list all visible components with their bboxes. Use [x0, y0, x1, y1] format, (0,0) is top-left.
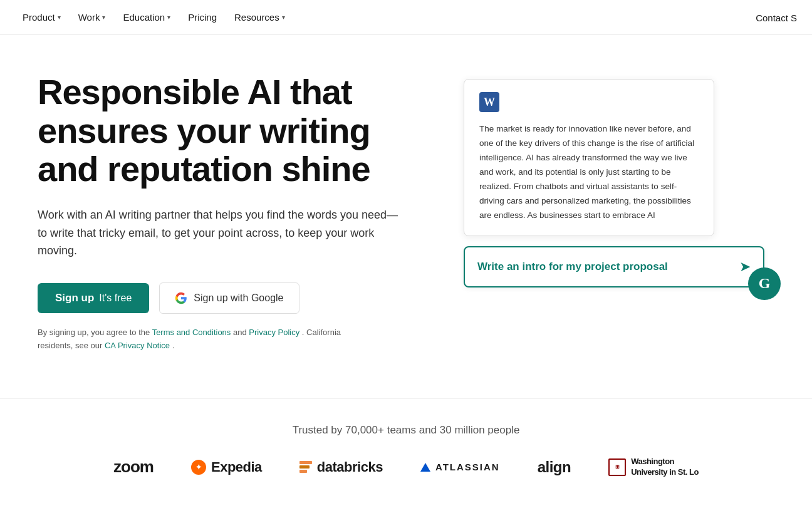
expedia-icon: ✦: [191, 460, 206, 475]
navigation: Product ▾ Work ▾ Education ▾ Pricing Res…: [0, 0, 812, 35]
trusted-text: Trusted by 70,000+ teams and 30 million …: [38, 424, 774, 437]
word-icon: W: [479, 92, 499, 112]
nav-left: Product ▾ Work ▾ Education ▾ Pricing Res…: [15, 7, 293, 28]
logo-align: align: [538, 458, 571, 476]
nav-label-resources: Resources: [234, 12, 279, 23]
grammarly-badge: G: [748, 267, 781, 300]
legal-text: By signing up, you agree to the Terms an…: [38, 326, 376, 353]
washington-seal-icon: ⊞: [608, 458, 626, 476]
nav-label-education: Education: [123, 12, 165, 23]
prompt-box[interactable]: Write an intro for my project proposal ➤: [464, 246, 764, 287]
nav-item-education[interactable]: Education ▾: [115, 7, 178, 28]
logo-databricks: databricks: [299, 459, 383, 475]
terms-link[interactable]: Terms and Conditions: [152, 328, 231, 337]
nav-item-pricing[interactable]: Pricing: [180, 7, 224, 28]
document-card: W The market is ready for innovation lik…: [464, 79, 714, 236]
logo-washington: ⊞ WashingtonUniversity in St. Lo: [608, 457, 699, 478]
signup-free-label: It's free: [99, 293, 132, 304]
logos-row: zoom ✦ Expedia databricks ATLASSIAN alig…: [38, 457, 774, 478]
google-signup-button[interactable]: Sign up with Google: [159, 282, 299, 314]
nav-contact[interactable]: Contact S: [756, 12, 797, 23]
nav-label-product: Product: [23, 12, 55, 23]
nav-item-product[interactable]: Product ▾: [15, 7, 68, 28]
nav-label-work: Work: [78, 12, 100, 23]
hero-title: Responsible AI that ensures your writing…: [38, 73, 426, 189]
hero-right: W The market is ready for innovation lik…: [464, 73, 774, 287]
hero-left: Responsible AI that ensures your writing…: [38, 73, 426, 353]
chevron-down-icon: ▾: [167, 14, 170, 21]
databricks-icon: [299, 461, 312, 473]
nav-item-resources[interactable]: Resources ▾: [227, 7, 293, 28]
cta-row: Sign up It's free Sign up with Google: [38, 282, 426, 314]
chevron-down-icon: ▾: [58, 14, 61, 21]
prompt-text: Write an intro for my project proposal: [477, 261, 668, 273]
google-label: Sign up with Google: [194, 293, 283, 304]
doc-header: W: [479, 92, 699, 112]
send-icon[interactable]: ➤: [739, 259, 751, 275]
doc-body-text: The market is ready for innovation like …: [479, 122, 699, 223]
privacy-link[interactable]: Privacy Policy: [249, 328, 299, 337]
logo-expedia: ✦ Expedia: [191, 459, 262, 475]
nav-label-pricing: Pricing: [188, 12, 217, 23]
signup-button[interactable]: Sign up It's free: [38, 283, 149, 313]
chevron-down-icon: ▾: [282, 14, 285, 21]
ca-privacy-link[interactable]: CA Privacy Notice: [105, 341, 170, 350]
signup-label: Sign up: [55, 292, 94, 304]
trusted-section: Trusted by 70,000+ teams and 30 million …: [0, 398, 812, 503]
atlassian-icon: [420, 463, 430, 472]
google-icon: [175, 292, 187, 304]
logo-atlassian: ATLASSIAN: [420, 462, 500, 472]
hero-subtitle: Work with an AI writing partner that hel…: [38, 206, 401, 260]
hero-section: Responsible AI that ensures your writing…: [0, 35, 812, 398]
chevron-down-icon: ▾: [102, 14, 105, 21]
logo-zoom: zoom: [113, 457, 154, 477]
nav-item-work[interactable]: Work ▾: [71, 7, 113, 28]
